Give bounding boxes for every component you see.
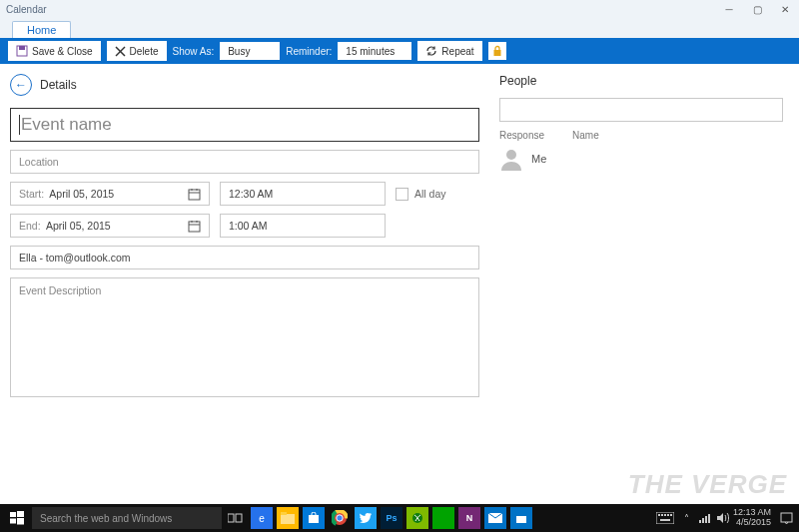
svg-rect-15 bbox=[17, 511, 24, 517]
show-as-select[interactable]: Busy bbox=[220, 42, 280, 60]
calendar-icon bbox=[188, 188, 201, 201]
location-input[interactable]: Location bbox=[10, 150, 479, 174]
svg-rect-18 bbox=[228, 514, 234, 522]
attendee-row: Me bbox=[499, 147, 783, 171]
reminder-select[interactable]: 15 minutes bbox=[338, 42, 411, 60]
svg-rect-41 bbox=[705, 516, 707, 523]
delete-button[interactable]: Delete bbox=[107, 41, 167, 61]
svg-rect-22 bbox=[309, 515, 319, 523]
taskbar-app-mail[interactable] bbox=[484, 507, 506, 529]
taskbar-app-green[interactable] bbox=[432, 507, 454, 529]
taskbar-clock[interactable]: 12:13 AM 4/5/2015 bbox=[733, 508, 775, 528]
tray-network-icon[interactable] bbox=[697, 504, 713, 532]
svg-rect-40 bbox=[702, 518, 704, 523]
end-label: End: bbox=[19, 220, 41, 232]
titlebar: Calendar ─ ▢ ✕ bbox=[0, 0, 799, 18]
close-button[interactable]: ✕ bbox=[771, 0, 799, 18]
taskbar: Search the web and Windows e Ps N ˄ 12:1… bbox=[0, 504, 799, 532]
clock-date: 4/5/2015 bbox=[733, 518, 771, 528]
event-name-placeholder: Event name bbox=[21, 115, 112, 135]
event-name-input[interactable]: Event name bbox=[10, 108, 479, 142]
svg-rect-14 bbox=[10, 512, 16, 517]
calendar-icon bbox=[188, 220, 201, 233]
description-placeholder: Event Description bbox=[19, 284, 101, 296]
avatar-icon bbox=[499, 147, 523, 171]
svg-rect-16 bbox=[10, 519, 16, 524]
svg-rect-32 bbox=[656, 512, 674, 524]
taskbar-app-ie[interactable]: e bbox=[251, 507, 273, 529]
start-time-value: 12:30 AM bbox=[229, 188, 273, 200]
delete-icon bbox=[115, 46, 126, 57]
attendee-name: Me bbox=[531, 153, 546, 165]
all-day-checkbox[interactable] bbox=[396, 188, 408, 201]
account-value: Ella - tom@outlook.com bbox=[19, 252, 131, 264]
back-button[interactable]: ← bbox=[10, 74, 32, 96]
save-icon bbox=[16, 45, 28, 57]
tray-notifications-icon[interactable] bbox=[777, 504, 795, 532]
end-time-input[interactable]: 1:00 AM bbox=[220, 214, 386, 238]
private-button[interactable] bbox=[488, 42, 506, 60]
taskbar-app-twitter[interactable] bbox=[355, 507, 377, 529]
minimize-button[interactable]: ─ bbox=[715, 0, 743, 18]
start-button[interactable] bbox=[4, 504, 30, 532]
details-heading: Details bbox=[40, 78, 77, 92]
svg-point-13 bbox=[506, 150, 516, 160]
task-view-icon bbox=[228, 512, 244, 524]
svg-rect-33 bbox=[658, 514, 660, 516]
svg-rect-42 bbox=[708, 514, 710, 523]
reminder-label: Reminder: bbox=[286, 46, 332, 57]
tab-home[interactable]: Home bbox=[12, 21, 71, 38]
start-label: Start: bbox=[19, 188, 44, 200]
taskbar-app-xbox[interactable] bbox=[406, 507, 428, 529]
tray-volume-icon[interactable] bbox=[715, 504, 731, 532]
svg-rect-34 bbox=[661, 514, 663, 516]
start-time-input[interactable]: 12:30 AM bbox=[220, 182, 386, 206]
tab-row: Home bbox=[0, 18, 799, 38]
calendar-account-input[interactable]: Ella - tom@outlook.com bbox=[10, 246, 479, 269]
svg-rect-17 bbox=[17, 518, 24, 525]
app-title: Calendar bbox=[6, 4, 47, 15]
tray-up-icon[interactable]: ˄ bbox=[679, 504, 695, 532]
svg-rect-39 bbox=[699, 520, 701, 523]
svg-rect-36 bbox=[667, 514, 669, 516]
taskbar-app-photoshop[interactable]: Ps bbox=[381, 507, 402, 529]
end-date-value: April 05, 2015 bbox=[46, 220, 111, 232]
svg-rect-35 bbox=[664, 514, 666, 516]
start-date-value: April 05, 2015 bbox=[49, 188, 114, 200]
people-panel: People Response Name Me bbox=[499, 74, 783, 504]
people-input[interactable] bbox=[499, 98, 783, 122]
svg-rect-1 bbox=[19, 46, 25, 50]
delete-label: Delete bbox=[130, 46, 159, 57]
repeat-label: Repeat bbox=[441, 46, 473, 57]
show-as-label: Show As: bbox=[173, 46, 215, 57]
save-close-label: Save & Close bbox=[32, 46, 93, 57]
tray-keyboard[interactable] bbox=[653, 504, 677, 532]
taskbar-app-onenote[interactable]: N bbox=[458, 507, 480, 529]
repeat-button[interactable]: Repeat bbox=[417, 41, 481, 61]
svg-rect-31 bbox=[516, 514, 526, 516]
location-placeholder: Location bbox=[19, 156, 59, 168]
svg-rect-43 bbox=[781, 513, 792, 522]
watermark: THE VERGE bbox=[628, 469, 787, 500]
taskbar-app-chrome[interactable] bbox=[329, 507, 351, 529]
all-day-label: All day bbox=[414, 188, 446, 200]
taskbar-app-calendar[interactable] bbox=[510, 507, 532, 529]
start-date-input[interactable]: Start: April 05, 2015 bbox=[10, 182, 210, 206]
end-date-input[interactable]: End: April 05, 2015 bbox=[10, 214, 210, 238]
taskbar-app-explorer[interactable] bbox=[277, 507, 299, 529]
description-input[interactable]: Event Description bbox=[10, 277, 479, 397]
end-time-value: 1:00 AM bbox=[229, 220, 268, 232]
task-view-button[interactable] bbox=[224, 504, 248, 532]
save-close-button[interactable]: Save & Close bbox=[8, 41, 101, 61]
svg-rect-9 bbox=[189, 222, 200, 232]
svg-rect-21 bbox=[281, 512, 287, 515]
maximize-button[interactable]: ▢ bbox=[743, 0, 771, 18]
svg-rect-4 bbox=[493, 50, 500, 56]
svg-rect-19 bbox=[236, 514, 242, 522]
response-column: Response bbox=[499, 130, 544, 141]
svg-rect-5 bbox=[189, 190, 200, 200]
svg-rect-37 bbox=[670, 514, 672, 516]
taskbar-search[interactable]: Search the web and Windows bbox=[32, 507, 222, 529]
name-column: Name bbox=[572, 130, 599, 141]
taskbar-app-store[interactable] bbox=[303, 507, 325, 529]
